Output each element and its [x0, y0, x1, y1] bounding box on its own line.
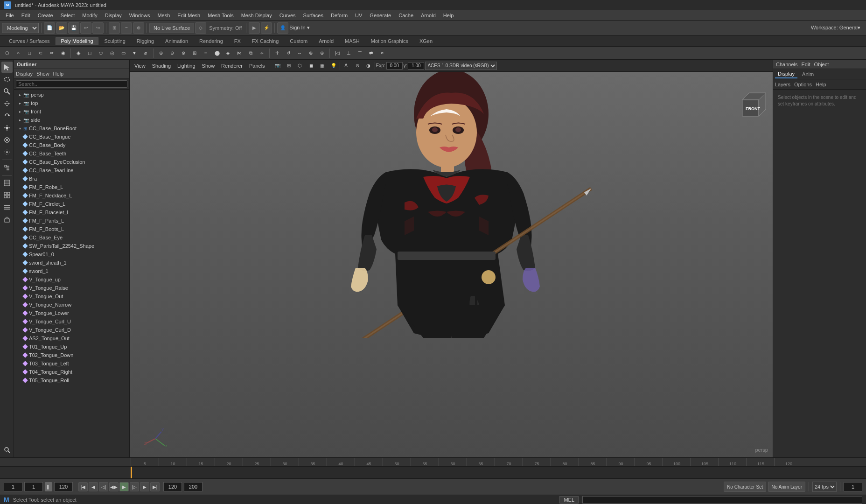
channels-tab[interactable]: Channels: [776, 62, 797, 67]
tab-rigging[interactable]: Rigging: [132, 37, 159, 45]
menu-modify[interactable]: Modify: [78, 12, 101, 19]
mirror-x-btn[interactable]: |◁: [332, 48, 342, 58]
menu-edit[interactable]: Edit: [18, 12, 34, 19]
prev-keyframe-btn[interactable]: ◁|: [99, 482, 108, 491]
poly-disc-btn[interactable]: ▼: [129, 48, 140, 58]
exposure-input[interactable]: [386, 62, 403, 70]
range-handle[interactable]: ▌: [45, 482, 52, 491]
show-manipulator-tool[interactable]: [1, 162, 13, 173]
list-item[interactable]: CC_Base_Teeth: [14, 149, 129, 158]
outliner-menu-display[interactable]: Display: [16, 71, 33, 77]
list-item[interactable]: FM_F_Bracelet_L: [14, 208, 129, 217]
vp-menu-renderer[interactable]: Renderer: [218, 62, 245, 70]
gamma-input[interactable]: [408, 62, 424, 70]
list-item[interactable]: FM_F_Pants_L: [14, 217, 129, 225]
combine-btn[interactable]: ⊕: [156, 48, 166, 58]
list-item[interactable]: V_Tongue_Raise: [14, 284, 129, 292]
vp-texture-btn[interactable]: ▦: [317, 61, 328, 71]
list-item[interactable]: SW_ParisTail_22542_Shape: [14, 242, 129, 250]
list-item[interactable]: FM_F_Robe_L: [14, 183, 129, 191]
poly-cylinder-btn[interactable]: ⬭: [96, 48, 106, 58]
render-btn[interactable]: ▶: [249, 22, 260, 34]
mode-dropdown[interactable]: Modeling: [2, 23, 39, 33]
list-item[interactable]: FM_F_Boots_L: [14, 225, 129, 233]
snap-grid-btn[interactable]: ⊞: [109, 22, 120, 34]
vp-solid-btn[interactable]: ◼: [306, 61, 316, 71]
vp-menu-view[interactable]: View: [132, 62, 148, 70]
rotate-btn[interactable]: ↺: [283, 48, 293, 58]
menu-mesh[interactable]: Mesh: [154, 12, 174, 19]
vp-menu-lighting[interactable]: Lighting: [175, 62, 198, 70]
next-keyframe-btn[interactable]: |▷: [130, 482, 139, 491]
next-frame-btn[interactable]: ▶: [140, 482, 149, 491]
rotate-tool[interactable]: [1, 110, 13, 121]
list-item[interactable]: CC_Base_Body: [14, 141, 129, 149]
layers-tab[interactable]: Layers: [775, 82, 790, 87]
menu-create[interactable]: Create: [34, 12, 57, 19]
viewport-background[interactable]: FRONT persp X Y Z: [130, 72, 773, 457]
mirror-z-btn[interactable]: ⊤: [355, 48, 365, 58]
workspace-label[interactable]: Workspace: General▾: [811, 25, 864, 31]
extract-btn[interactable]: ⊗: [178, 48, 189, 58]
move-tool[interactable]: [1, 98, 13, 109]
sym-btn[interactable]: ≈: [377, 48, 387, 58]
poly-torus-btn[interactable]: ◎: [107, 48, 117, 58]
mirror-y-btn[interactable]: ⊥: [343, 48, 354, 58]
list-item[interactable]: V_Tongue_Narrow: [14, 301, 129, 309]
tab-motion-graphics[interactable]: Motion Graphics: [366, 37, 413, 45]
menu-arnold[interactable]: Arnold: [417, 12, 440, 19]
open-scene-btn[interactable]: 📂: [56, 22, 67, 34]
list-item[interactable]: sword_1: [14, 267, 129, 275]
vp-ao-btn[interactable]: ⊙: [352, 61, 363, 71]
list-item[interactable]: ▸ 📷 persp: [14, 91, 129, 99]
menu-mesh-display[interactable]: Mesh Display: [237, 12, 276, 19]
tab-arnold[interactable]: Arnold: [314, 37, 339, 45]
frame-display-input[interactable]: [844, 482, 862, 491]
sign-in-btn[interactable]: 👤: [277, 22, 288, 34]
list-item[interactable]: FM_F_Necklace_L: [14, 191, 129, 200]
outliner-tool[interactable]: [1, 177, 13, 189]
vp-menu-panels[interactable]: Panels: [246, 62, 268, 70]
color-profile-select[interactable]: ACES 1.0 SDR-video (sRGB): [425, 62, 497, 70]
menu-uv[interactable]: UV: [351, 12, 366, 19]
paint-select-tool[interactable]: [1, 86, 13, 97]
menu-curves[interactable]: Curves: [276, 12, 300, 19]
menu-generate[interactable]: Generate: [366, 12, 395, 19]
list-item[interactable]: ▸ 📷 top: [14, 99, 129, 107]
list-item[interactable]: ▾ ⊞ CC_Base_BoneRoot: [14, 124, 129, 133]
vp-menu-shading[interactable]: Shading: [149, 62, 174, 70]
tab-fx-caching[interactable]: FX Caching: [247, 37, 284, 45]
menu-mesh-tools[interactable]: Mesh Tools: [204, 12, 237, 19]
save-scene-btn[interactable]: 💾: [68, 22, 79, 34]
tab-animation[interactable]: Animation: [160, 37, 193, 45]
menu-cache[interactable]: Cache: [395, 12, 417, 19]
universal-manip-btn[interactable]: ⊚: [306, 48, 316, 58]
range-end-input[interactable]: [54, 482, 73, 491]
toolbox-tool[interactable]: [1, 214, 13, 225]
snap-curve-btn[interactable]: ~: [121, 22, 132, 34]
list-item[interactable]: T05_Tongue_Roll: [14, 376, 129, 385]
snap-point-btn[interactable]: ⊕: [133, 22, 144, 34]
tab-sculpting[interactable]: Sculpting: [99, 37, 131, 45]
soft-mod-btn[interactable]: ⊛: [317, 48, 327, 58]
current-frame-input[interactable]: [4, 482, 22, 491]
outliner-menu-show[interactable]: Show: [36, 71, 49, 77]
live-surface-icon[interactable]: ◇: [195, 22, 206, 34]
flip-btn[interactable]: ⇄: [366, 48, 376, 58]
universal-tool[interactable]: [1, 134, 13, 146]
poly-pipe-btn[interactable]: ⌀: [140, 48, 151, 58]
tab-fx[interactable]: FX: [229, 37, 246, 45]
outliner-search-input[interactable]: [16, 80, 127, 88]
remesh-btn[interactable]: ⋈: [234, 48, 244, 58]
attribute-editor-tool[interactable]: [1, 189, 13, 201]
list-item[interactable]: V_Tongue_Curl_D: [14, 326, 129, 334]
sign-in-label[interactable]: Sign In ▾: [289, 25, 309, 31]
display-subtab[interactable]: Display: [775, 70, 797, 78]
options-tab[interactable]: Options: [794, 82, 812, 87]
prev-frame-btn[interactable]: ◀: [89, 482, 98, 491]
soft-mod-tool[interactable]: [1, 147, 13, 158]
poly-plane-btn[interactable]: ▭: [118, 48, 128, 58]
vp-light-btn[interactable]: 💡: [328, 61, 339, 71]
list-item[interactable]: CC_Base_TearLine: [14, 166, 129, 175]
edit-tab[interactable]: Edit: [801, 62, 810, 67]
